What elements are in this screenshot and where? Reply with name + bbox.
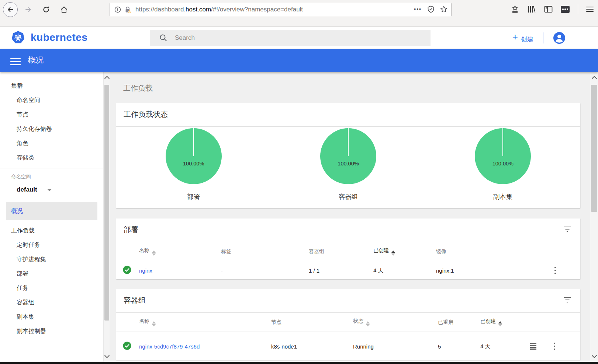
deployment-images: nginx:1 <box>436 267 548 274</box>
insecure-lock-icon[interactable] <box>124 6 132 13</box>
sidebar-item-replica-sets[interactable]: 副本集 <box>0 309 103 324</box>
row-menu-icon[interactable] <box>546 342 563 351</box>
home-button[interactable] <box>57 3 71 17</box>
deployment-pods: 1 / 1 <box>309 267 373 274</box>
pie-label: 容器组 <box>339 192 358 201</box>
deployments-pie-chart: 100.00% 部署 <box>117 128 270 201</box>
namespace-underline <box>17 198 55 198</box>
sidebar-divider <box>0 168 103 168</box>
scroll-up-icon[interactable] <box>104 76 109 81</box>
pod-name-link[interactable]: nginx-5cd9c7f879-47s6d <box>139 343 200 350</box>
sidebar-item-persistent-volumes[interactable]: 持久化存储卷 <box>0 122 103 136</box>
pie-label: 部署 <box>187 192 200 201</box>
url-prefix: https://dashboard. <box>135 6 186 13</box>
user-avatar-icon[interactable] <box>553 32 566 44</box>
search-box[interactable] <box>150 30 431 46</box>
search-icon <box>159 34 167 42</box>
filter-icon[interactable] <box>563 226 571 232</box>
deployment-created: 4 天 <box>373 267 436 274</box>
sidebar-item-overview[interactable]: 概况 <box>6 202 97 220</box>
sidebar-item-jobs[interactable]: 任务 <box>0 281 103 295</box>
browser-menu-icon[interactable] <box>586 5 594 13</box>
create-button[interactable]: + 创建 <box>512 33 533 43</box>
sidebars-icon[interactable] <box>544 6 553 13</box>
namespace-value: default <box>17 186 37 193</box>
logs-icon[interactable] <box>530 343 546 350</box>
deployments-card: 部署 名称 标签 容器组 已创建 镜像 nginx - 1 / 1 4 天 ng… <box>116 218 580 279</box>
column-header-images[interactable]: 镜像 <box>436 248 548 255</box>
column-header-name[interactable]: 名称 <box>139 318 271 327</box>
pie-needle <box>193 128 194 156</box>
column-header-name[interactable]: 名称 <box>139 247 221 256</box>
sidebar-scrollbar-thumb[interactable] <box>104 85 109 321</box>
reload-button[interactable] <box>39 3 53 17</box>
sidebar: 集群 命名空间 节点 持久化存储卷 角色 存储类 命名空间 default 概况… <box>0 72 103 362</box>
workload-status-card: 工作负载状态 100.00% 部署 100.00% 容器组 100.00% 副本… <box>116 103 580 208</box>
sort-icon <box>152 321 156 327</box>
chevron-down-icon <box>47 189 52 191</box>
sidebar-item-workloads[interactable]: 工作负载 <box>0 223 103 238</box>
sidebar-item-deployments[interactable]: 部署 <box>0 266 103 281</box>
sidebar-item-daemon-sets[interactable]: 守护进程集 <box>0 252 103 266</box>
page-actions-icon[interactable]: ••• <box>414 6 422 12</box>
namespace-label: 命名空间 <box>0 171 103 182</box>
window-bottom-edge <box>0 362 598 364</box>
check-circle-icon <box>123 342 131 350</box>
tracking-protection-shield-icon[interactable] <box>428 6 434 13</box>
sidebar-scrollbar[interactable] <box>103 72 110 362</box>
column-header-pods[interactable]: 容器组 <box>309 248 373 255</box>
forward-icon <box>25 6 32 13</box>
pie-percentage: 100.00% <box>475 161 531 167</box>
screen: https://dashboard.host.com/#!/overview?n… <box>0 0 598 364</box>
pods-card: 容器组 名称 节点 状态 已重启 已创建 nginx-5cd9c7f879-47… <box>116 289 580 360</box>
page-header-title: 概况 <box>28 55 44 65</box>
back-button[interactable] <box>3 2 18 17</box>
plus-icon: + <box>512 33 518 41</box>
url-bar[interactable]: https://dashboard.host.com/#!/overview?n… <box>110 3 452 16</box>
filter-icon[interactable] <box>563 297 571 303</box>
sort-ascending-icon <box>498 321 502 327</box>
deployment-name-link[interactable]: nginx <box>139 267 152 274</box>
sidebar-item-nodes[interactable]: 节点 <box>0 107 103 122</box>
namespace-selector[interactable]: default <box>0 182 103 197</box>
scroll-down-icon[interactable] <box>591 353 597 358</box>
brand-name: kubernetes <box>31 32 87 43</box>
column-header-created[interactable]: 已创建 <box>480 318 530 327</box>
pie-needle <box>502 128 503 156</box>
search-input[interactable] <box>174 34 397 42</box>
page-info-icon[interactable] <box>114 6 121 13</box>
library-icon[interactable] <box>527 5 536 13</box>
check-circle-icon <box>123 266 131 274</box>
column-header-restarts[interactable]: 已重启 <box>438 319 480 326</box>
row-menu-icon[interactable] <box>548 266 563 275</box>
column-header-node[interactable]: 节点 <box>271 319 353 326</box>
sidebar-item-roles[interactable]: 角色 <box>0 136 103 150</box>
deployments-title: 部署 <box>124 225 138 235</box>
sidebar-item-cron-jobs[interactable]: 定时任务 <box>0 238 103 252</box>
forward-button[interactable] <box>21 3 35 17</box>
column-header-labels[interactable]: 标签 <box>221 248 309 255</box>
main-scrollbar[interactable] <box>590 72 598 362</box>
scroll-down-icon[interactable] <box>104 353 109 358</box>
sidebar-item-pods[interactable]: 容器组 <box>0 295 103 309</box>
sort-icon <box>366 321 370 327</box>
browser-toolbar: https://dashboard.host.com/#!/overview?n… <box>0 0 598 27</box>
header-separator <box>543 32 543 43</box>
workload-status-charts: 100.00% 部署 100.00% 容器组 100.00% 副本集 <box>116 127 580 201</box>
scroll-up-icon[interactable] <box>591 76 597 81</box>
sort-icon <box>152 251 156 256</box>
sidebar-item-replication-controllers[interactable]: 副本控制器 <box>0 324 103 338</box>
sidebar-item-namespaces[interactable]: 命名空间 <box>0 93 103 107</box>
main-scrollbar-thumb[interactable] <box>591 85 597 212</box>
column-header-created[interactable]: 已创建 <box>373 247 436 256</box>
kubernetes-brand[interactable]: kubernetes <box>11 31 87 44</box>
pods-title: 容器组 <box>124 295 146 305</box>
sidebar-item-storage-classes[interactable]: 存储类 <box>0 150 103 165</box>
column-header-status[interactable]: 状态 <box>353 318 438 327</box>
bookmark-star-icon[interactable] <box>440 6 447 13</box>
replica-sets-pie-chart: 100.00% 副本集 <box>426 128 580 201</box>
extension-icon[interactable] <box>561 6 570 13</box>
nav-menu-icon[interactable] <box>10 56 21 67</box>
overflow-star-icon[interactable] <box>511 5 519 13</box>
sidebar-item-cluster[interactable]: 集群 <box>0 78 103 93</box>
